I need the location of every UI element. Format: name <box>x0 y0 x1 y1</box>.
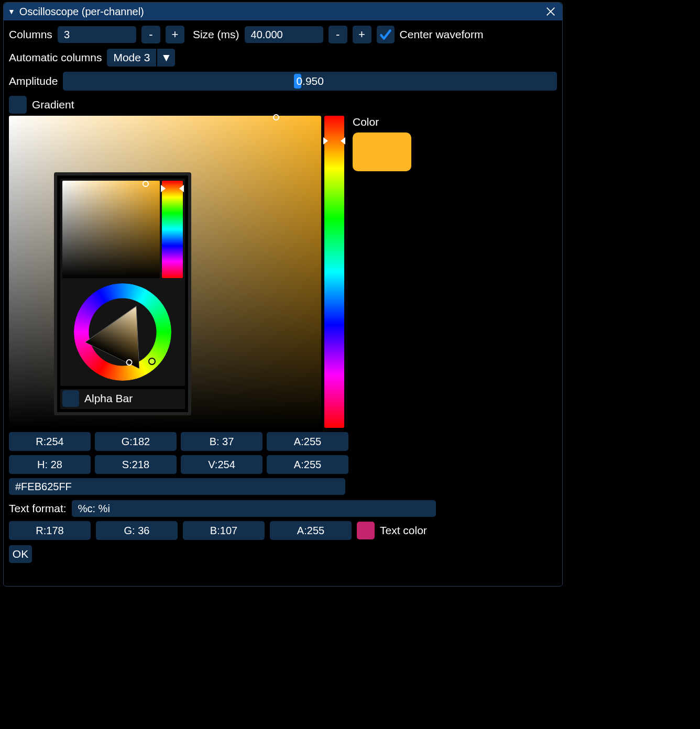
b-value[interactable]: B: 37 <box>181 432 262 451</box>
hue-marker[interactable] <box>161 185 166 192</box>
s-value[interactable]: S:218 <box>95 455 177 474</box>
h-value[interactable]: H: 28 <box>9 455 91 474</box>
columns-label: Columns <box>9 28 52 41</box>
tc-b-value[interactable]: B:107 <box>183 521 265 540</box>
r-value[interactable]: R:254 <box>9 432 91 451</box>
wheel-cursor[interactable] <box>148 358 156 365</box>
center-checkbox[interactable] <box>377 26 395 43</box>
alpha-bar-label: Alpha Bar <box>84 392 133 405</box>
gradient-checkbox[interactable] <box>9 96 27 114</box>
alpha-bar-checkbox[interactable] <box>62 390 79 407</box>
tc-a-value[interactable]: A:255 <box>270 521 352 540</box>
g-value[interactable]: G:182 <box>95 432 177 451</box>
hue-slider[interactable] <box>324 116 344 428</box>
sv-cursor[interactable] <box>143 181 149 187</box>
text-format-input[interactable]: %c: %i <box>72 500 436 517</box>
hex-input[interactable]: #FEB625FF <box>9 478 345 495</box>
center-label: Center waveform <box>400 28 484 41</box>
columns-minus-button[interactable]: - <box>141 26 160 43</box>
hue-marker[interactable] <box>323 137 328 145</box>
text-color-label: Text color <box>380 524 427 537</box>
ok-button[interactable]: OK <box>9 545 32 563</box>
chevron-down-icon[interactable]: ▼ <box>156 49 175 67</box>
popup-hue-slider[interactable] <box>162 181 183 278</box>
titlebar[interactable]: ▼ Oscilloscope (per-channel) <box>4 3 562 20</box>
tc-g-value[interactable]: G: 36 <box>96 521 178 540</box>
sv-cursor[interactable] <box>273 114 279 120</box>
text-color-swatch[interactable] <box>357 522 375 539</box>
auto-cols-dropdown[interactable]: Mode 3 ▼ <box>107 49 175 67</box>
gradient-label: Gradient <box>32 98 74 111</box>
amplitude-label: Amplitude <box>9 75 58 87</box>
a-value[interactable]: A:255 <box>267 432 348 451</box>
size-minus-button[interactable]: - <box>329 26 347 43</box>
close-icon[interactable] <box>543 4 558 19</box>
color-swatch[interactable] <box>353 132 411 171</box>
window-title: Oscilloscope (per-channel) <box>19 6 144 18</box>
color-wheel[interactable] <box>74 283 171 381</box>
size-plus-button[interactable]: + <box>353 26 371 43</box>
columns-plus-button[interactable]: + <box>166 26 184 43</box>
size-label: Size (ms) <box>193 28 239 41</box>
popup-sv-picker[interactable] <box>62 181 160 278</box>
a2-value[interactable]: A:255 <box>267 455 348 474</box>
auto-cols-value: Mode 3 <box>107 49 156 67</box>
oscilloscope-dialog: ▼ Oscilloscope (per-channel) Columns 3 -… <box>3 2 563 587</box>
color-popup: Alpha Bar <box>54 172 191 415</box>
hue-marker[interactable] <box>341 137 345 145</box>
amplitude-value: 0.950 <box>296 75 324 87</box>
auto-cols-label: Automatic columns <box>9 51 102 64</box>
color-label: Color <box>353 116 411 128</box>
columns-input[interactable]: 3 <box>58 26 136 43</box>
text-format-label: Text format: <box>9 502 67 515</box>
amplitude-slider[interactable]: 0.950 <box>63 72 557 91</box>
v-value[interactable]: V:254 <box>181 455 262 474</box>
tc-r-value[interactable]: R:178 <box>9 521 91 540</box>
collapse-icon[interactable]: ▼ <box>8 7 15 16</box>
hue-marker[interactable] <box>179 185 184 192</box>
size-input[interactable]: 40.000 <box>245 26 323 43</box>
